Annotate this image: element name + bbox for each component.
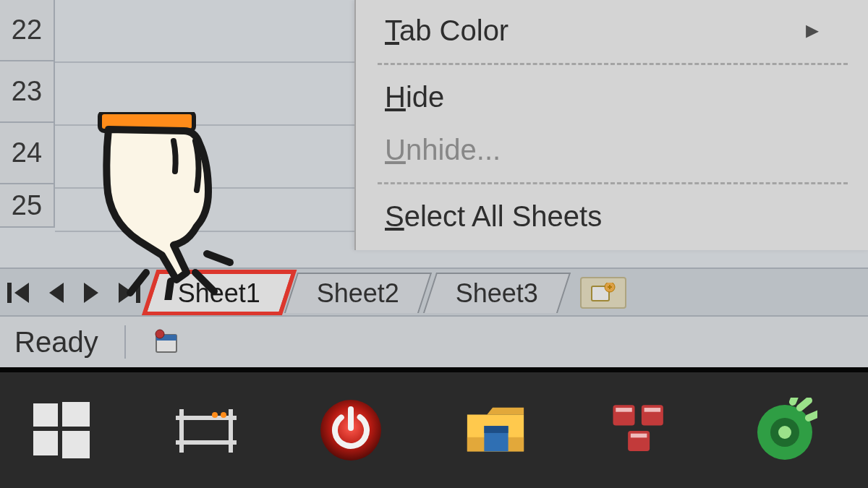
- menu-item-select-all-sheets[interactable]: Select All Sheets: [356, 190, 868, 243]
- svg-line-43: [793, 398, 796, 402]
- insert-worksheet-button[interactable]: [580, 277, 626, 309]
- sheet-tab-strip: Sheet1 Sheet2 Sheet3: [0, 267, 868, 317]
- menu-separator: [378, 63, 848, 65]
- start-button-icon[interactable]: [29, 398, 94, 463]
- sheet-nav-next-icon[interactable]: [84, 283, 98, 303]
- sheet-tab-label: Sheet1: [178, 278, 260, 309]
- row-header-24[interactable]: 24: [0, 123, 55, 184]
- svg-rect-3: [609, 285, 610, 289]
- svg-rect-35: [616, 408, 632, 412]
- sheet-nav-last-icon[interactable]: [119, 283, 133, 303]
- menu-separator: [378, 182, 848, 184]
- svg-point-6: [156, 330, 164, 338]
- spreadsheet-area: 22 23 24 25 Tab Color ▸ Hide Unhide...: [0, 0, 868, 267]
- sheet-tab-context-menu: Tab Color ▸ Hide Unhide... Select All Sh…: [354, 0, 868, 250]
- svg-rect-14: [33, 431, 58, 455]
- taskbar-file-explorer-icon[interactable]: [463, 398, 528, 463]
- sheet-tab-sheet1[interactable]: Sheet1: [145, 273, 293, 313]
- status-ready: Ready: [14, 326, 98, 359]
- menu-item-hide[interactable]: Hide: [356, 71, 868, 124]
- row-header-22[interactable]: 22: [0, 0, 55, 61]
- svg-point-23: [212, 412, 218, 418]
- macro-record-icon[interactable]: [152, 328, 181, 356]
- taskbar-app-editor-icon[interactable]: [174, 398, 239, 463]
- submenu-arrow-icon: ▸: [806, 14, 819, 45]
- taskbar-app-keys-icon[interactable]: [608, 398, 673, 463]
- taskbar-app-green-icon[interactable]: [752, 398, 817, 463]
- sheet-tab-label: Sheet3: [456, 278, 538, 309]
- svg-line-41: [800, 401, 809, 408]
- svg-point-40: [778, 426, 791, 439]
- sheet-nav-first-icon[interactable]: [14, 283, 29, 303]
- svg-rect-12: [33, 403, 58, 427]
- svg-rect-13: [62, 402, 90, 427]
- sheet-tab-label: Sheet2: [317, 278, 399, 309]
- taskbar-app-power-icon[interactable]: [318, 398, 383, 463]
- sheet-nav-buttons: [0, 283, 148, 303]
- svg-rect-16: [182, 418, 231, 442]
- stage: 22 23 24 25 Tab Color ▸ Hide Unhide...: [0, 0, 868, 488]
- status-bar: Ready: [0, 315, 868, 367]
- sheet-tab-sheet3[interactable]: Sheet3: [423, 273, 571, 313]
- svg-line-42: [809, 414, 817, 418]
- windows-taskbar: [0, 372, 868, 488]
- svg-rect-15: [62, 431, 90, 458]
- menu-item-tab-color[interactable]: Tab Color ▸: [356, 4, 868, 57]
- svg-rect-36: [644, 408, 661, 412]
- svg-rect-31: [484, 426, 508, 433]
- row-headers: 22 23 24 25: [0, 0, 55, 267]
- insert-worksheet-icon: [591, 283, 616, 303]
- row-header-23[interactable]: 23: [0, 61, 55, 123]
- row-header-25[interactable]: 25: [0, 184, 55, 228]
- svg-point-24: [221, 412, 226, 418]
- divider: [124, 325, 126, 359]
- menu-item-unhide: Unhide...: [356, 124, 868, 176]
- svg-rect-37: [631, 434, 647, 438]
- sheet-tab-sheet2[interactable]: Sheet2: [284, 273, 432, 313]
- sheet-nav-prev-icon[interactable]: [49, 283, 64, 303]
